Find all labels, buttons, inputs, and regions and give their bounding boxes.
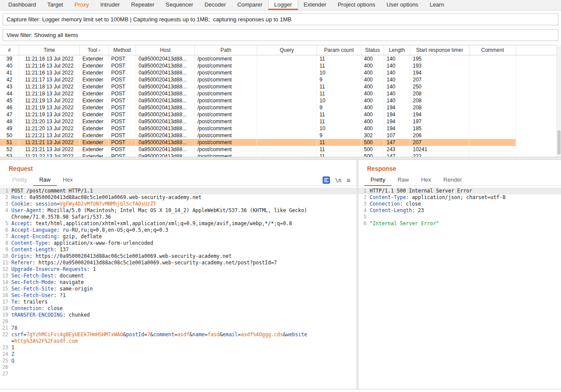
- cell-time: 11:21:22 13 Jul 2022: [19, 153, 80, 157]
- cell-time: 11:21:17 13 Jul 2022: [19, 76, 80, 83]
- column-header-time[interactable]: Time: [19, 45, 80, 55]
- column-header-param-count[interactable]: Param count: [317, 45, 361, 55]
- newline-toggle-icon[interactable]: \n: [335, 177, 341, 183]
- cell-time: 11:21:16 13 Jul 2022: [19, 55, 80, 62]
- tab-extender[interactable]: Extender: [298, 0, 332, 10]
- scrollbar-thumb[interactable]: [558, 130, 561, 155]
- cell-status: 400: [361, 83, 384, 90]
- cell-status: 400: [361, 97, 384, 104]
- capture-filter-bar[interactable]: Capture filter: Logger memory limit set …: [3, 14, 558, 25]
- cell-number: 45: [0, 97, 19, 104]
- log-row-49[interactable]: 4911:21:20 13 Jul 2022ExtenderPOST0a9500…: [0, 125, 557, 132]
- request-editor-line-24: 24Z: [0, 351, 357, 358]
- horizontal-splitter[interactable]: [0, 157, 561, 160]
- table-scrollbar[interactable]: [557, 45, 561, 157]
- request-tab-raw[interactable]: Raw: [33, 175, 57, 186]
- column-header-comment[interactable]: Comment: [469, 45, 516, 55]
- cell-status: 500: [361, 146, 384, 153]
- cell-start-response-timer: 185: [410, 125, 469, 132]
- log-row-40[interactable]: 4011:21:16 13 Jul 2022ExtenderPOST0a9500…: [0, 62, 557, 69]
- log-row-50[interactable]: 5011:21:21 13 Jul 2022ExtenderPOST0a9500…: [0, 132, 557, 139]
- cell-query: [257, 132, 317, 139]
- log-row-46[interactable]: 4611:21:19 13 Jul 2022ExtenderPOST0a9500…: [0, 104, 557, 111]
- cell-param-count: 11: [317, 90, 361, 97]
- cell-filler: [516, 125, 557, 132]
- tab-project-options[interactable]: Project options: [332, 0, 381, 10]
- log-row-45[interactable]: 4511:21:19 13 Jul 2022ExtenderPOST0a9500…: [0, 97, 557, 104]
- request-editor-line-27: 27: [0, 371, 357, 377]
- log-row-53[interactable]: 5311:21:22 13 Jul 2022ExtenderPOST0a9500…: [0, 153, 557, 157]
- request-title: Request: [9, 165, 357, 172]
- cell-host: 0a9500020413d88...: [136, 146, 195, 153]
- column-header-tool[interactable]: Tool▴: [80, 45, 109, 55]
- cell-host: 0a9500020413d88...: [136, 153, 195, 157]
- cell-length: 147: [384, 139, 410, 146]
- line-content: Sec-Fetch-Dest: document: [11, 273, 312, 279]
- line-number: 9: [0, 247, 11, 253]
- editor-menu-icon[interactable]: ≡: [347, 176, 350, 184]
- cell-time: 11:21:18 13 Jul 2022: [19, 83, 80, 90]
- request-editor-line-4: 4User-Agent: Mozilla/5.0 (Macintosh; Int…: [0, 207, 357, 220]
- tab-decoder[interactable]: Decoder: [199, 0, 231, 10]
- log-table-body: 3911:21:16 13 Jul 2022ExtenderPOST0a9500…: [0, 55, 557, 157]
- column-header-length[interactable]: Length: [384, 45, 410, 55]
- line-content: POST /post/comment HTTP/1.1: [11, 188, 312, 194]
- line-content: 1: [11, 345, 312, 351]
- line-content: Te: trailers: [11, 299, 312, 305]
- log-row-52[interactable]: 5211:21:21 13 Jul 2022ExtenderPOST0a9500…: [0, 146, 557, 153]
- cell-query: [257, 139, 317, 146]
- tab-logger[interactable]: Logger: [268, 0, 298, 10]
- tab-proxy[interactable]: Proxy: [69, 0, 95, 10]
- response-tab-pretty[interactable]: Pretty: [364, 175, 391, 186]
- column-header-number[interactable]: #: [0, 45, 19, 55]
- cell-query: [257, 55, 317, 62]
- tab-learn[interactable]: Learn: [424, 0, 450, 10]
- cell-length: 194: [384, 118, 410, 125]
- log-row-44[interactable]: 4411:21:18 13 Jul 2022ExtenderPOST0a9500…: [0, 90, 557, 97]
- cell-time: 11:21:16 13 Jul 2022: [19, 62, 80, 69]
- cell-tool: Extender: [80, 76, 109, 83]
- tab-user-options[interactable]: User options: [381, 0, 424, 10]
- tab-comparer[interactable]: Comparer: [231, 0, 268, 10]
- cell-param-count: 10: [317, 125, 361, 132]
- log-row-42[interactable]: 4211:21:17 13 Jul 2022ExtenderPOST0a9500…: [0, 76, 557, 83]
- tab-target[interactable]: Target: [42, 0, 69, 10]
- cell-number: 51: [0, 139, 19, 146]
- tab-dashboard[interactable]: Dashboard: [3, 0, 42, 10]
- cell-method: POST: [109, 76, 136, 83]
- log-row-43[interactable]: 4311:21:18 13 Jul 2022ExtenderPOST0a9500…: [0, 83, 557, 90]
- cell-comment: [469, 111, 516, 118]
- pretty-print-icon[interactable]: [323, 176, 330, 184]
- request-tab-hex[interactable]: Hex: [57, 175, 79, 186]
- tab-intruder[interactable]: Intruder: [95, 0, 126, 10]
- request-tab-pretty[interactable]: Pretty: [6, 175, 33, 186]
- column-header-method[interactable]: Method: [109, 45, 136, 55]
- response-tab-hex[interactable]: Hex: [415, 175, 437, 186]
- cell-comment: [469, 83, 516, 90]
- response-tab-render[interactable]: Render: [437, 175, 468, 186]
- log-row-41[interactable]: 4111:21:16 13 Jul 2022ExtenderPOST0a9500…: [0, 69, 557, 76]
- log-row-47[interactable]: 4711:21:19 13 Jul 2022ExtenderPOST0a9500…: [0, 111, 557, 118]
- cell-query: [257, 153, 317, 157]
- response-editor[interactable]: 1HTTP/1.1 500 Internal Server Error2Cont…: [358, 186, 561, 389]
- request-editor[interactable]: 1POST /post/comment HTTP/1.12Host: 0a950…: [0, 186, 357, 389]
- cell-filler: [516, 97, 557, 104]
- cell-length: 140: [384, 83, 410, 90]
- response-tab-raw[interactable]: Raw: [391, 175, 415, 186]
- tab-repeater[interactable]: Repeater: [126, 0, 160, 10]
- column-header-query[interactable]: Query: [257, 45, 317, 55]
- log-row-48[interactable]: 4811:21:20 13 Jul 2022ExtenderPOST0a9500…: [0, 118, 557, 125]
- log-row-51[interactable]: 5111:21:21 13 Jul 2022ExtenderPOST0a9500…: [0, 139, 557, 146]
- column-header-path[interactable]: Path: [195, 45, 257, 55]
- tab-sequencer[interactable]: Sequencer: [160, 0, 199, 10]
- cell-path: /post/comment: [195, 90, 257, 97]
- view-filter-bar[interactable]: View filter: Showing all items: [3, 29, 558, 41]
- column-header-host[interactable]: Host: [136, 45, 195, 55]
- cell-time: 11:21:21 13 Jul 2022: [19, 146, 80, 153]
- log-row-39[interactable]: 3911:21:16 13 Jul 2022ExtenderPOST0a9500…: [0, 55, 557, 62]
- response-panel: Response PrettyRawHexRender 1HTTP/1.1 50…: [358, 160, 561, 389]
- cell-filler: [516, 104, 557, 111]
- cell-start-response-timer: 250: [410, 83, 469, 90]
- column-header-status[interactable]: Status: [361, 45, 384, 55]
- column-header-start-response-timer[interactable]: Start response timer: [410, 45, 469, 55]
